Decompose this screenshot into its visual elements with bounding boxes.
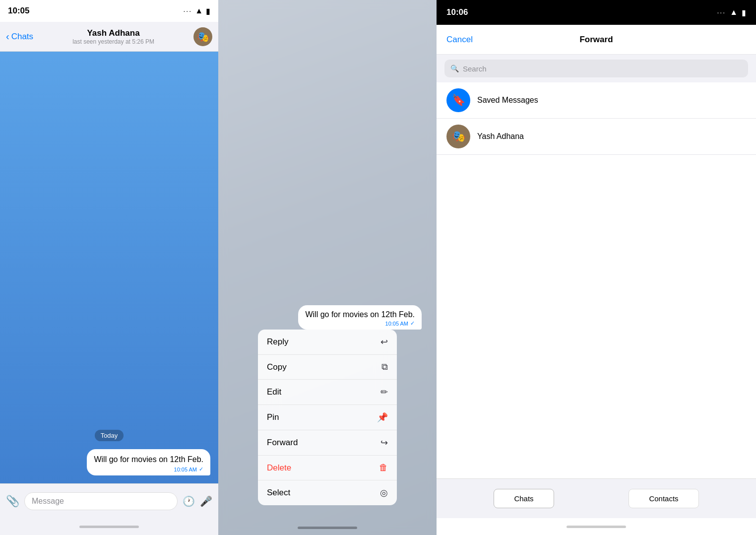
input-placeholder: Message <box>32 497 64 506</box>
signal-icon: ··· <box>183 7 192 15</box>
home-bar-fwd <box>437 518 756 535</box>
select-label: Select <box>267 488 290 498</box>
search-placeholder: Search <box>463 65 487 73</box>
status-icons: ··· ▲ ▮ <box>183 6 210 16</box>
home-indicator <box>79 526 139 528</box>
contact-saved-messages[interactable]: 🔖 Saved Messages <box>437 82 756 119</box>
search-bar: 🔍 Search <box>437 55 756 82</box>
delete-icon: 🗑 <box>379 463 388 473</box>
search-input[interactable]: 🔍 Search <box>444 60 748 77</box>
context-select[interactable]: Select ◎ <box>258 480 397 505</box>
forward-title: Forward <box>579 35 613 45</box>
saved-messages-avatar: 🔖 <box>446 88 470 112</box>
preview-check-icon: ✓ <box>410 320 415 327</box>
message-text: Will go for movies on 12th Feb. <box>94 454 203 465</box>
context-forward[interactable]: Forward ↪ <box>258 430 397 456</box>
forward-header: Cancel Forward <box>437 25 756 55</box>
chat-area: Today Will go for movies on 12th Feb. 10… <box>0 52 218 483</box>
preview-time: 10:05 AM <box>385 321 408 327</box>
wifi-icon: ▲ <box>195 6 203 15</box>
message-bubble[interactable]: Will go for movies on 12th Feb. 10:05 AM… <box>87 449 210 475</box>
user-avatar-icon: 🎭 <box>452 130 465 143</box>
input-bar: 📎 Message 🕐 🎤 <box>0 483 218 518</box>
contact-status: last seen yesterday at 5:26 PM <box>72 38 154 45</box>
home-indicator-context <box>298 527 357 529</box>
context-edit[interactable]: Edit ✏ <box>258 380 397 405</box>
search-icon: 🔍 <box>450 65 459 72</box>
message-preview: Will go for movies on 12th Feb. 10:05 AM… <box>298 305 422 330</box>
reply-label: Reply <box>267 337 288 347</box>
status-bar-fwd: 10:06 ··· ▲ ▮ <box>437 0 756 25</box>
pin-icon: 📌 <box>377 412 388 423</box>
chat-panel: 10:05 ··· ▲ ▮ ‹ Chats Yash Adhana last s… <box>0 0 218 535</box>
copy-icon: ⧉ <box>381 362 388 372</box>
context-menu: Reply ↩ Copy ⧉ Edit ✏ Pin 📌 Forward ↪ De… <box>258 330 397 505</box>
nav-center: Yash Adhana last seen yesterday at 5:26 … <box>33 28 193 45</box>
home-bar-context <box>298 527 357 529</box>
pin-label: Pin <box>267 412 279 422</box>
read-check-icon: ✓ <box>199 466 203 472</box>
edit-label: Edit <box>267 387 281 397</box>
battery-icon: ▮ <box>206 6 210 16</box>
context-panel: Will go for movies on 12th Feb. 10:05 AM… <box>218 0 437 535</box>
select-icon: ◎ <box>380 487 388 498</box>
message-input[interactable]: Message <box>24 492 178 510</box>
mic-icon[interactable]: 🎤 <box>200 495 212 507</box>
nav-bar: ‹ Chats Yash Adhana last seen yesterday … <box>0 22 218 52</box>
user-avatar: 🎭 <box>446 125 470 148</box>
contacts-list: 🔖 Saved Messages 🎭 Yash Adhana <box>437 82 756 478</box>
context-pin[interactable]: Pin 📌 <box>258 405 397 430</box>
yash-adhana-name: Yash Adhana <box>477 132 524 141</box>
reply-icon: ↩ <box>380 336 388 347</box>
signal-fwd-icon: ··· <box>717 8 726 16</box>
battery-fwd-icon: ▮ <box>742 8 746 17</box>
input-icons: 🕐 🎤 <box>183 495 212 507</box>
forward-icon: ↪ <box>380 437 388 448</box>
bubble-meta: 10:05 AM ✓ <box>94 466 203 472</box>
contact-yash-adhana[interactable]: 🎭 Yash Adhana <box>437 119 756 155</box>
sticker-icon[interactable]: 🕐 <box>183 495 195 507</box>
wifi-fwd-icon: ▲ <box>730 8 738 17</box>
back-chevron-icon: ‹ <box>6 31 9 42</box>
message-time: 10:05 AM <box>174 467 197 472</box>
back-button[interactable]: ‹ Chats <box>6 31 33 42</box>
status-bar: 10:05 ··· ▲ ▮ <box>0 0 218 22</box>
status-icons-fwd: ··· ▲ ▮ <box>717 8 746 17</box>
copy-label: Copy <box>267 362 287 372</box>
preview-text: Will go for movies on 12th Feb. <box>305 310 415 319</box>
edit-icon: ✏ <box>380 387 388 398</box>
avatar[interactable]: 🎭 <box>193 27 212 46</box>
chats-tab[interactable]: Chats <box>494 489 554 508</box>
forward-label: Forward <box>267 438 298 448</box>
context-reply[interactable]: Reply ↩ <box>258 330 397 355</box>
context-copy[interactable]: Copy ⧉ <box>258 355 397 380</box>
back-label: Chats <box>11 32 33 42</box>
context-delete[interactable]: Delete 🗑 <box>258 456 397 480</box>
forward-panel: 10:06 ··· ▲ ▮ Cancel Forward 🔍 Search 🔖 … <box>437 0 756 535</box>
preview-meta: 10:05 AM ✓ <box>305 320 415 327</box>
bottom-tabs: Chats Contacts <box>437 478 756 518</box>
attachment-icon[interactable]: 📎 <box>6 495 19 508</box>
saved-messages-name: Saved Messages <box>477 96 538 105</box>
home-indicator-fwd <box>567 526 626 528</box>
contact-name: Yash Adhana <box>87 28 139 38</box>
context-content: Will go for movies on 12th Feb. 10:05 AM… <box>218 0 437 535</box>
cancel-button[interactable]: Cancel <box>446 35 473 45</box>
bookmark-icon: 🔖 <box>452 94 465 107</box>
delete-label: Delete <box>267 463 291 473</box>
contacts-tab[interactable]: Contacts <box>629 489 698 508</box>
date-badge: Today <box>95 430 124 441</box>
home-bar <box>0 518 218 535</box>
status-time: 10:05 <box>8 6 29 16</box>
status-time-fwd: 10:06 <box>446 7 468 17</box>
